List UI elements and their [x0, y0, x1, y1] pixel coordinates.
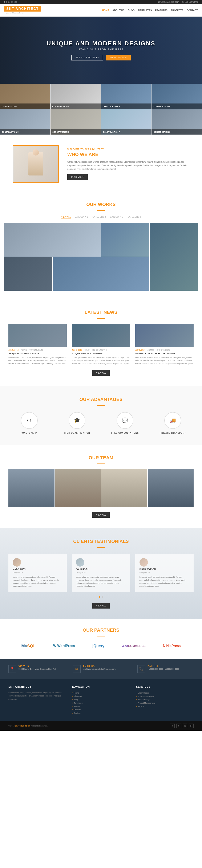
work-item-4[interactable]	[4, 257, 52, 291]
construction-item-7[interactable]: CONSTRUCTION 7	[101, 110, 151, 134]
facebook-icon[interactable]: f	[4, 1, 5, 3]
footer-service-project[interactable]: Project Management	[136, 701, 194, 705]
filter-cat4[interactable]: CATEGORY 4	[127, 216, 141, 219]
dot-2[interactable]	[102, 596, 103, 598]
nav-features[interactable]: FEATURES	[155, 9, 167, 11]
brand-name: SKT ARCHITECT	[15, 725, 30, 727]
testimonials-grid: MARC SMITH Designer Ux Lorem sit amet, c…	[8, 554, 194, 592]
testimonial-name-1: MARC SMITH	[12, 568, 62, 570]
filter-all[interactable]: VIEW ALL	[61, 216, 71, 219]
work-item-2[interactable]	[101, 223, 149, 257]
news-view-all: VIEW ALL	[8, 370, 194, 376]
construction-item-1[interactable]: CONSTRUCTION 1	[0, 84, 50, 109]
news-title: LATEST NEWS	[8, 310, 194, 315]
testimonials-view-all-button[interactable]: VIEW ALL	[92, 603, 110, 609]
footer-service-page5[interactable]: Page 5	[136, 705, 194, 708]
team-view-all-button[interactable]: VIEW ALL	[92, 512, 110, 518]
team-member-3	[101, 469, 147, 507]
news-view-all-button[interactable]: VIEW ALL	[92, 370, 110, 376]
footer-nav-home[interactable]: Home	[72, 691, 130, 694]
punctuality-icon-circle: ⏱	[21, 412, 38, 429]
nav-blog[interactable]: BLOG	[128, 9, 135, 11]
advantage-consultations: 💬 FREE CONSULTATIONS	[104, 412, 146, 434]
rss-icon[interactable]: rss	[15, 1, 17, 3]
advantages-header: OUR ADVANTAGES	[8, 397, 194, 406]
filter-cat2[interactable]: CATEGORY 2	[92, 216, 106, 219]
footer-nav-templates[interactable]: Templates	[72, 701, 130, 705]
partners-logos: MySQL W WordPress jQuery WooCOMMERCE N N…	[12, 642, 190, 651]
footer-email: ✉ EMAIL US info@yoursite.com help@yoursi…	[73, 665, 129, 673]
footer-service-arch[interactable]: Architecture Design	[136, 694, 194, 698]
construction-item-8[interactable]: CONSTRUCTION 8	[152, 110, 202, 134]
top-bar: f t in g+ rss info@sktarchitect.com +1 8…	[0, 0, 202, 4]
filter-cat1[interactable]: CATEGORY 1	[75, 216, 88, 219]
construction-item-5[interactable]: CONSTRUCTION 5	[0, 110, 50, 134]
our-works-section: OUR WORKS VIEW ALL CATEGORY 1 CATEGORY 2…	[0, 193, 202, 299]
avatar-2	[76, 558, 84, 566]
construction-item-4[interactable]: CONSTRUCTION 4	[152, 84, 202, 109]
construction-item-2[interactable]: CONSTRUCTION 2	[51, 84, 101, 109]
footer-services-title: SERVICES	[136, 685, 194, 688]
team-grid	[8, 469, 194, 507]
googleplus-icon[interactable]: g+	[11, 1, 13, 3]
work-item-3[interactable]	[150, 223, 198, 291]
works-title: OUR WORKS	[4, 202, 198, 207]
news-title-2[interactable]: ALIQUAM UT NULLA RISUS	[72, 352, 130, 355]
nav-projects[interactable]: PROJECTS	[171, 9, 183, 11]
advantages-grid: ⏱ PUNCTUALITY 🎓 HIGH QUALIFICATION 💬 FRE…	[8, 412, 194, 434]
construction-item-6[interactable]: CONSTRUCTION 6	[51, 110, 101, 134]
footer-googleplus-icon[interactable]: g+	[189, 723, 194, 728]
nav-templates[interactable]: TEMPLATES	[138, 9, 152, 11]
filter-cat3[interactable]: CATEGORY 3	[110, 216, 123, 219]
team-view-all: VIEW ALL	[8, 512, 194, 518]
footer-linkedin-icon[interactable]: in	[183, 723, 187, 728]
testimonials-view-all: VIEW ALL	[8, 603, 194, 609]
nav-home[interactable]: HOME	[102, 9, 109, 11]
footer-nav-blog[interactable]: Blog	[72, 698, 130, 701]
footer-col-about: SKT ARCHITECT Lorem ipsum dolor sit amet…	[8, 685, 66, 715]
our-works-header: OUR WORKS	[4, 202, 198, 211]
testimonials-section: CLIENTS TESTIMONIALS MARC SMITH Designer…	[0, 528, 202, 619]
twitter-icon[interactable]: t	[6, 1, 7, 3]
testimonial-3: DIANA WATSON Designer Ux Lorem sit amet,…	[135, 554, 194, 592]
footer-service-urban[interactable]: Urban Design	[136, 691, 194, 694]
hero-title: UNIQUE AND MODERN DESIGNS	[47, 40, 155, 47]
footer-nav-title: NAVIGATION	[72, 685, 130, 688]
footer-twitter-icon[interactable]: t	[176, 723, 181, 728]
footer-nav-contact[interactable]: Contact	[72, 711, 130, 715]
footer-social-icons: f t in g+	[170, 723, 194, 728]
news-item-3: July 5, 2016 ADMIN NO COMMENTS VESTIBULU…	[135, 324, 194, 365]
dot-1[interactable]	[99, 596, 100, 598]
footer-services-list: Urban Design Architecture Design Interio…	[136, 691, 194, 708]
nav-contact[interactable]: CONTACT	[187, 9, 198, 11]
linkedin-icon[interactable]: in	[8, 1, 10, 3]
footer-nav-features[interactable]: Features	[72, 705, 130, 708]
advantage-transport: 🚚 PRIVATE TRANSPORT	[152, 412, 194, 434]
see-all-projects-button[interactable]: SEE ALL PROJECTS	[71, 55, 103, 60]
view-details-button[interactable]: VIEW DETAILS	[106, 55, 130, 60]
qualification-label: HIGH QUALIFICATION	[64, 432, 90, 434]
testimonials-title: CLIENTS TESTIMONIALS	[8, 539, 194, 544]
footer-facebook-icon[interactable]: f	[170, 723, 175, 728]
testimonial-text-1: Lorem sit amet, consectetur adipiscing e…	[12, 576, 62, 588]
partners-section: OUR PARTNERS MySQL W WordPress jQuery Wo…	[0, 619, 202, 659]
work-item-1[interactable]	[4, 223, 101, 257]
testimonial-1: MARC SMITH Designer Ux Lorem sit amet, c…	[8, 554, 67, 592]
work-item-5[interactable]	[53, 257, 149, 291]
footer-main: SKT ARCHITECT Lorem ipsum dolor sit amet…	[0, 679, 202, 721]
news-title-1[interactable]: ALIQUAM UT NULLA RISUS	[8, 352, 67, 355]
footer-nav-projects[interactable]: Projects	[72, 708, 130, 711]
read-more-button[interactable]: READ MORE	[67, 174, 88, 180]
works-filter: VIEW ALL CATEGORY 1 CATEGORY 2 CATEGORY …	[4, 216, 198, 219]
team-member-2	[55, 469, 101, 507]
who-title: WHO WE ARE	[67, 152, 190, 157]
footer-contact-grid: 📍 VISIT US 5464 Flourny Drive West Brook…	[8, 665, 194, 673]
avatar-1	[12, 558, 21, 566]
logo-title[interactable]: SKT ARCHITECT	[4, 6, 41, 11]
news-title-3[interactable]: VESTIBULUM VITAE ULTRICES SEM	[135, 352, 194, 355]
email-label: EMAIL US	[83, 665, 116, 668]
footer-service-interior[interactable]: Interior Design	[136, 698, 194, 701]
nav-about[interactable]: ABOUT US	[112, 9, 124, 11]
construction-item-3[interactable]: CONSTRUCTION 3	[101, 84, 151, 109]
footer-nav-about[interactable]: About Us	[72, 694, 130, 698]
